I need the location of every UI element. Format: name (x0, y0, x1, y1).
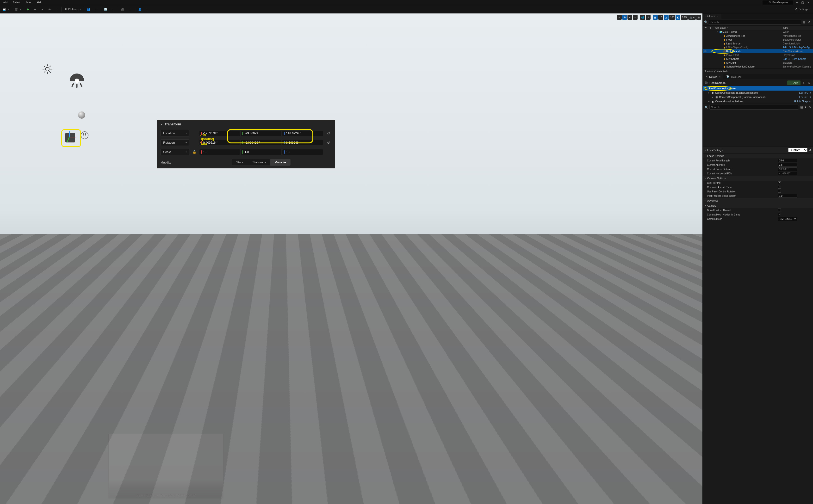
camera-mesh-select[interactable]: SM_CineCam (778, 217, 797, 221)
rotate-tool-icon[interactable]: ⟲ (628, 15, 632, 20)
axis-z[interactable] (69, 131, 70, 137)
constrain-ar-checkbox[interactable]: ✓ (778, 186, 781, 189)
outliner-row[interactable]: ◆PlayerStartPlayerStart (703, 53, 813, 57)
outliner-row[interactable]: ◆Sky SphereEdit BP_Sky_Sphere (703, 57, 813, 61)
outliner-tab[interactable]: Outliner ✕ (703, 14, 721, 19)
outliner-row[interactable]: 👁🎥Red KomodoCineCameraActor (703, 49, 813, 53)
outliner-row[interactable]: ◆SphereReflectionCaptureSphereReflection… (703, 65, 813, 68)
lock-hmd-checkbox[interactable]: ✓ (778, 181, 781, 184)
modes-dropdown-icon[interactable]: ▾ (20, 8, 21, 10)
details-locate-icon[interactable]: ⊙ (807, 81, 811, 84)
surface-snap-icon[interactable]: ⬇ (646, 15, 651, 20)
rotation-y-input[interactable]: -3.080423 ° (241, 140, 282, 145)
lens-settings-select[interactable]: Custom... (788, 148, 807, 152)
livelink-tab[interactable]: 📡 Live Link (724, 74, 744, 79)
skylight-gizmo[interactable] (67, 72, 86, 89)
menu-select[interactable]: Select (10, 0, 23, 4)
player-start-gizmo[interactable] (80, 131, 89, 139)
scale-tool-icon[interactable]: ⤢ (633, 15, 638, 20)
menu-build[interactable]: uild (1, 0, 10, 4)
component-row[interactable]: ▸◧SceneComponent (SceneComponent)Edit in… (703, 91, 813, 95)
edit-link[interactable]: Edit in Blueprint (794, 100, 811, 103)
sequencer-drop-icon[interactable]: ⋮ (93, 6, 99, 12)
platforms-button[interactable]: 🖥 Platforms ▾ (64, 8, 82, 11)
lens-settings-category[interactable]: ▸Lens Settings Custom... ↺ (703, 147, 813, 153)
visibility-column-icon[interactable]: 👁 (704, 26, 709, 29)
details-browse-icon[interactable]: ⎆ (802, 81, 806, 84)
outliner-row[interactable]: ◆FloorStaticMeshActor (703, 38, 813, 42)
select-tool-icon[interactable]: ↖ (617, 15, 622, 20)
cinematics-icon[interactable]: 🎥 (120, 6, 126, 12)
pin-column-icon[interactable]: ◑ (709, 26, 715, 29)
rotation-z-input[interactable]: 8.568946 ° (282, 140, 323, 145)
outliner-filter-icon[interactable]: ▤ (802, 20, 806, 24)
outliner-row[interactable]: ◆Light SourceDirectionalLight (703, 42, 813, 45)
component-row[interactable]: ▸◧CameraLocationLiveLinkEdit in Blueprin… (703, 99, 813, 104)
translate-tool-icon[interactable]: ✥ (622, 15, 627, 20)
camera-speed-icon[interactable]: 📷4 (688, 15, 696, 20)
outliner-row[interactable]: ◆LSUnDisplayConfigEdit LSUnDisplayConfig (703, 45, 813, 49)
details-search-input[interactable] (709, 105, 799, 110)
outliner-world-row[interactable]: ▾ 🌍 Main (Editor) World (703, 30, 813, 34)
component-row[interactable]: ▸◧CameraComponent (CameraComponent)Edit … (703, 95, 813, 99)
save-dropdown-icon[interactable]: ▾ (8, 8, 9, 10)
settings-button[interactable]: ⚙ Settings ▾ (793, 7, 812, 12)
add-component-button[interactable]: ＋ Add (787, 80, 801, 85)
actor-type[interactable]: Edit LSUnDisplayConfig (783, 46, 812, 49)
maximize-icon[interactable]: ▢ (801, 1, 804, 4)
play-icon[interactable]: ▶ (25, 6, 31, 12)
draw-frustum-checkbox[interactable] (778, 209, 781, 211)
project-tab[interactable]: LSUBaseTemplate (763, 0, 793, 5)
camera-category[interactable]: ▾Camera (703, 203, 813, 208)
scale-y-input[interactable]: 1.0 (241, 149, 282, 155)
scale-label-button[interactable]: Scale▾ (160, 149, 189, 155)
reflection-sphere-gizmo[interactable] (78, 111, 85, 119)
location-label-button[interactable]: Location▾ (160, 130, 189, 136)
close-icon[interactable]: ✕ (807, 1, 810, 4)
add-content-drop-icon[interactable]: ⋮ (144, 6, 150, 12)
add-content-icon[interactable]: 👤 (137, 6, 143, 12)
grid-snap-value[interactable]: 10 (658, 15, 663, 20)
location-y-input[interactable]: -99.80979 (241, 131, 282, 136)
mobility-static-button[interactable]: Static (232, 159, 248, 166)
coord-space-icon[interactable]: 🌐 (640, 15, 645, 20)
focus-settings-category[interactable]: ▸Focus Settings (703, 153, 813, 158)
mobility-stationary-button[interactable]: Stationary (248, 159, 270, 166)
edit-link[interactable]: Edit in C++ (799, 92, 811, 94)
menu-help[interactable]: Help (34, 0, 45, 4)
details-favorite-icon[interactable]: ★ (804, 105, 807, 109)
blueprint-icon[interactable]: 🔄 (103, 6, 109, 12)
details-view-grid-icon[interactable]: ▦ (800, 105, 803, 109)
minimize-icon[interactable]: ─ (796, 1, 798, 4)
camera-options-category[interactable]: ▾Camera Options (703, 176, 813, 181)
component-row[interactable]: 🎥Red Komodo (Instance) (703, 86, 813, 91)
blueprint-drop-icon[interactable]: ⋮ (110, 6, 116, 12)
transform-header[interactable]: ▾ Transform (157, 120, 335, 129)
aperture-input[interactable] (778, 163, 797, 167)
scale-lock-icon[interactable]: 🔓 (192, 150, 197, 154)
stop-icon[interactable]: ■ (39, 6, 45, 12)
save-icon[interactable]: 💾 (1, 6, 7, 12)
details-tab-close-icon[interactable]: ✕ (719, 75, 721, 78)
viewport[interactable]: Custom (26.6mm x 15mm) | Zoom: 35mm | Av… (0, 13, 702, 504)
angle-snap-value[interactable]: 10° (669, 15, 675, 20)
angle-snap-toggle[interactable]: △ (664, 15, 669, 20)
type-column[interactable]: Type (783, 26, 812, 29)
viewport-layout-icon[interactable]: ⊞ (696, 15, 701, 20)
rotation-reset-icon[interactable]: ↺ (325, 141, 332, 145)
advanced-category[interactable]: ▸Advanced (703, 198, 813, 203)
item-label-column[interactable]: Item Label ▴ (715, 26, 783, 29)
play-options-icon[interactable]: ⋮ (54, 6, 60, 12)
selected-camera-gizmo[interactable] (61, 129, 81, 147)
edit-link[interactable]: Edit in C++ (799, 96, 811, 98)
details-actor-name[interactable]: Red Komodo (709, 81, 786, 84)
focal-length-input[interactable] (778, 159, 797, 162)
outliner-search-input[interactable] (709, 20, 801, 25)
location-reset-icon[interactable]: ↺ (325, 131, 332, 135)
actor-type[interactable]: Edit BP_Sky_Sphere (783, 57, 812, 60)
mobility-movable-button[interactable]: Movable (270, 159, 290, 166)
pp-blend-input[interactable] (778, 194, 797, 198)
cinematics-drop-icon[interactable]: ⋮ (127, 6, 133, 12)
outliner-row[interactable]: ◆Atmospheric FogAtmosphericFog (703, 34, 813, 38)
sequencer-icon[interactable]: 👥 (86, 6, 92, 12)
